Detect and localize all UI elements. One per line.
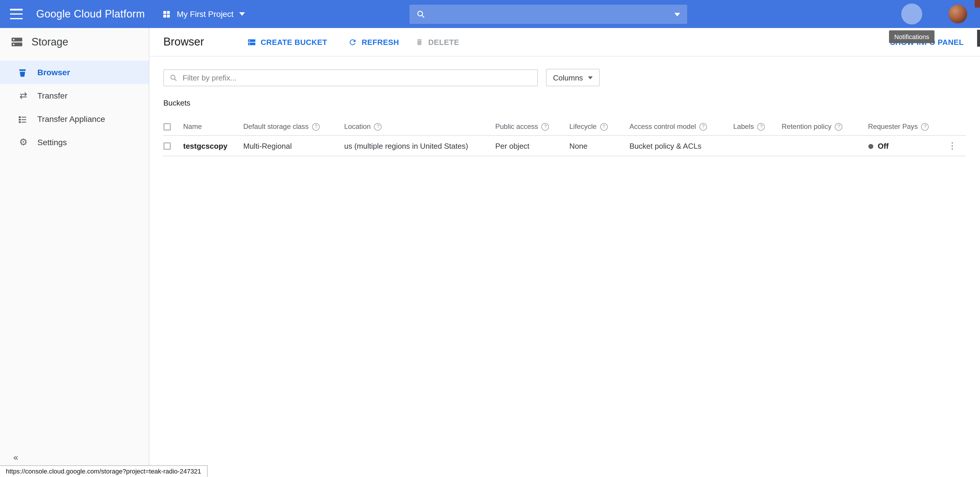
delete-button[interactable]: DELETE: [415, 38, 459, 46]
chevron-down-icon: [239, 12, 245, 16]
gear-icon: ⚙: [18, 137, 29, 148]
help-icon[interactable]: ?: [757, 123, 765, 130]
column-header-public-access: Public access?: [495, 117, 570, 136]
sidebar-nav: Browser ⇄ Transfer Transfer Appliance ⚙ …: [0, 60, 149, 154]
filter-search-icon: [170, 74, 177, 81]
sidebar-item-transfer[interactable]: ⇄ Transfer: [0, 84, 149, 107]
sidebar-item-label: Transfer Appliance: [37, 114, 105, 124]
status-dot-icon: ●: [868, 142, 873, 149]
sidebar-item-label: Browser: [37, 68, 70, 77]
project-selector[interactable]: My First Project: [162, 0, 245, 28]
global-search: [409, 5, 687, 24]
transfer-arrows-icon: ⇄: [18, 90, 29, 102]
project-name: My First Project: [177, 10, 233, 19]
sidebar-header: Storage: [0, 28, 149, 56]
cell-requester-pays: ● Off: [868, 136, 947, 156]
help-icon[interactable]: ?: [835, 123, 843, 130]
cell-location: us (multiple regions in United States): [344, 136, 495, 156]
corner-artifact: [975, 0, 980, 8]
row-more-options-icon[interactable]: ⋮: [947, 136, 966, 156]
help-icon[interactable]: ?: [542, 123, 549, 130]
header-checkbox-cell: [163, 117, 183, 136]
column-header-access-control: Access control model?: [629, 117, 733, 136]
sidebar-item-transfer-appliance[interactable]: Transfer Appliance: [0, 107, 149, 130]
notifications-tooltip: Notifications: [889, 30, 934, 43]
buckets-table: Name Default storage class? Location? Pu…: [163, 117, 966, 156]
page-header: Browser CREATE BUCKET REFRESH DELETE SHO…: [150, 28, 980, 57]
sidebar-item-label: Settings: [37, 138, 67, 147]
trash-icon: [415, 38, 423, 46]
column-header-name: Name: [183, 117, 243, 136]
filter-by-prefix-input[interactable]: [183, 73, 531, 82]
help-icon[interactable]: ?: [699, 123, 707, 130]
transfer-appliance-icon: [18, 114, 29, 124]
sidebar-item-settings[interactable]: ⚙ Settings: [0, 130, 149, 154]
sidebar-item-browser[interactable]: Browser: [0, 60, 149, 84]
select-all-checkbox[interactable]: [163, 123, 171, 130]
refresh-icon: [348, 38, 357, 46]
cell-labels: [733, 136, 782, 156]
page-title: Browser: [163, 36, 204, 48]
cell-access-control: Bucket policy & ACLs: [629, 136, 733, 156]
search-icon: [417, 10, 425, 19]
column-header-actions: [947, 117, 966, 136]
help-icon[interactable]: ?: [312, 123, 320, 130]
hamburger-menu-icon[interactable]: [10, 9, 23, 19]
bucket-icon: [18, 67, 29, 77]
search-dropdown-icon[interactable]: [675, 13, 680, 16]
create-bucket-button[interactable]: CREATE BUCKET: [247, 38, 327, 46]
avatar[interactable]: [948, 5, 967, 23]
storage-product-icon: [11, 36, 23, 48]
cell-retention-policy: [782, 136, 868, 156]
notifications-focus-ring: [901, 3, 922, 24]
sidebar: Storage Browser ⇄ Transfer Transfer Appl…: [0, 28, 150, 477]
chevron-down-icon: [588, 76, 593, 79]
column-header-storage-class: Default storage class?: [243, 117, 344, 136]
help-icon[interactable]: ?: [374, 123, 382, 130]
collapse-sidebar-icon[interactable]: «: [13, 452, 19, 463]
columns-dropdown-button[interactable]: Columns: [546, 69, 600, 86]
scrollbar-thumb[interactable]: [977, 30, 980, 47]
sidebar-title: Storage: [32, 36, 68, 48]
buckets-section-label: Buckets: [163, 99, 191, 107]
main-content: Columns Buckets Name Default storage cla…: [150, 57, 980, 477]
help-icon[interactable]: ?: [600, 123, 608, 130]
refresh-button[interactable]: REFRESH: [348, 38, 399, 46]
column-header-lifecycle: Lifecycle?: [570, 117, 629, 136]
create-bucket-icon: [247, 38, 256, 46]
cell-storage-class: Multi-Regional: [243, 136, 344, 156]
row-checkbox-cell: [163, 136, 183, 156]
cell-public-access: Per object: [495, 136, 570, 156]
column-header-requester-pays: Requester Pays?: [868, 117, 947, 136]
gcp-logo[interactable]: Google Cloud Platform: [36, 0, 145, 28]
column-header-labels: Labels?: [733, 117, 782, 136]
search-input[interactable]: [431, 10, 668, 19]
column-header-location: Location?: [344, 117, 495, 136]
sidebar-item-label: Transfer: [37, 91, 67, 100]
column-header-retention-policy: Retention policy?: [782, 117, 868, 136]
gcp-console: Google Cloud Platform My First Project >…: [0, 0, 980, 477]
status-url: https://console.cloud.google.com/storage…: [0, 465, 208, 477]
filter-box: [163, 69, 538, 86]
help-icon[interactable]: ?: [921, 123, 929, 130]
top-app-bar: Google Cloud Platform My First Project >…: [0, 0, 980, 28]
filter-row: Columns: [163, 69, 600, 86]
bucket-name-link[interactable]: testgcscopy: [183, 136, 243, 156]
row-checkbox[interactable]: [163, 142, 171, 149]
project-icon: [162, 10, 171, 18]
cell-lifecycle: None: [570, 136, 629, 156]
